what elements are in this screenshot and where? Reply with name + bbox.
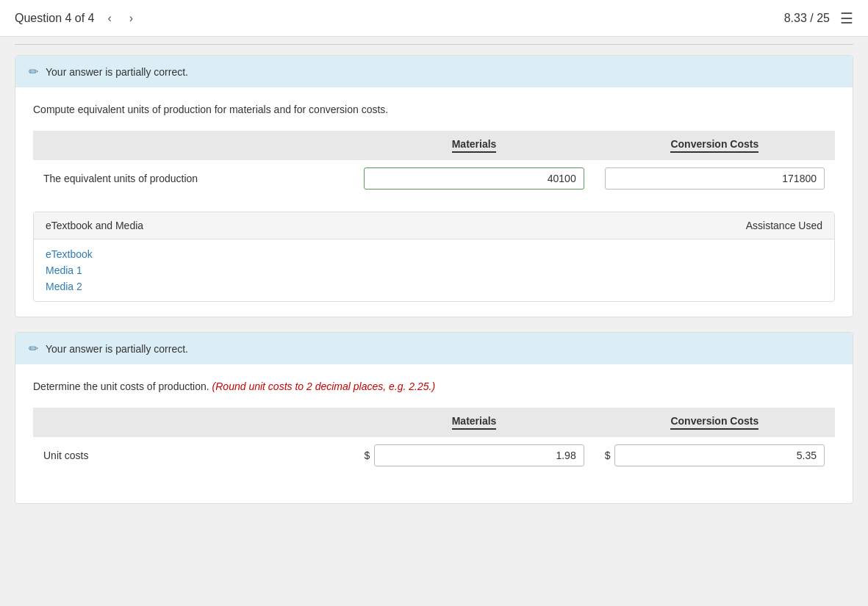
card-1: ✏ Your answer is partially correct. Comp… [15, 55, 853, 317]
table2-conversion-underline: Conversion Costs [670, 415, 758, 430]
table1-conversion-header: Conversion Costs [595, 131, 835, 160]
conversion-dollar-cell: $ [605, 444, 825, 466]
top-bar: Question 4 of 4 ‹ › 8.33 / 25 ☰ [0, 0, 868, 37]
table2-row1-label: Unit costs [33, 437, 354, 474]
question-text-1-content: Compute equivalent units of production f… [33, 104, 388, 115]
table1-row-1: The equivalent units of production [33, 160, 835, 197]
table1-materials-header: Materials [354, 131, 594, 160]
pencil-icon-1: ✏ [29, 65, 38, 79]
materials-production-input[interactable] [364, 167, 584, 190]
etextbook-link-3[interactable]: Media 2 [46, 281, 822, 292]
table2-row1-col1: $ [354, 437, 594, 474]
next-button[interactable]: › [125, 9, 137, 28]
table1-row1-label: The equivalent units of production [33, 160, 354, 197]
table2-empty-header [33, 408, 354, 437]
conversion-underline: Conversion Costs [670, 138, 758, 153]
alert-text-1: Your answer is partially correct. [46, 66, 188, 78]
etextbook-section-1: eTextbook and Media Assistance Used eTex… [33, 212, 835, 302]
etextbook-title: eTextbook and Media [46, 220, 143, 231]
list-icon[interactable]: ☰ [840, 10, 853, 27]
table-container-1: Materials Conversion Costs The equivalen… [33, 131, 835, 197]
top-bar-left: Question 4 of 4 ‹ › [15, 9, 137, 28]
top-bar-right: 8.33 / 25 ☰ [784, 10, 853, 27]
data-table-1: Materials Conversion Costs The equivalen… [33, 131, 835, 197]
table1-row1-col1 [354, 160, 594, 197]
table1-row1-col2 [595, 160, 835, 197]
etextbook-links-1: eTextbook Media 1 Media 2 [34, 239, 834, 301]
assistance-used-label: Assistance Used [746, 220, 822, 231]
table2-row1-col2: $ [595, 437, 835, 474]
etextbook-header-1: eTextbook and Media Assistance Used [34, 212, 834, 239]
table2-row-1: Unit costs $ $ [33, 437, 835, 474]
data-table-2: Materials Conversion Costs Unit costs [33, 408, 835, 474]
question-text-2-main: Determine the unit costs of production. [33, 380, 209, 392]
table2-materials-header: Materials [354, 408, 594, 437]
pencil-icon-2: ✏ [29, 342, 38, 356]
table-container-2: Materials Conversion Costs Unit costs [33, 408, 835, 474]
table2-materials-underline: Materials [452, 415, 497, 430]
materials-dollar-cell: $ [364, 444, 584, 466]
prev-button[interactable]: ‹ [104, 9, 116, 28]
alert-banner-2: ✏ Your answer is partially correct. [15, 333, 853, 364]
materials-underline: Materials [452, 138, 497, 153]
question-text-1: Compute equivalent units of production f… [33, 102, 835, 118]
question-label: Question 4 of 4 [15, 12, 95, 25]
page-content: ✏ Your answer is partially correct. Comp… [0, 37, 868, 541]
conversion-production-input[interactable] [605, 167, 825, 190]
etextbook-link-2[interactable]: Media 1 [46, 264, 822, 276]
score-label: 8.33 / 25 [784, 12, 830, 25]
table2-conversion-header: Conversion Costs [595, 408, 835, 437]
question-text-2-red: (Round unit costs to 2 decimal places, e… [212, 380, 436, 392]
materials-unit-cost-input[interactable] [374, 444, 584, 466]
dollar-sign-1: $ [364, 450, 370, 461]
dollar-sign-2: $ [605, 450, 611, 461]
conversion-unit-cost-input[interactable] [614, 444, 825, 466]
top-divider [15, 44, 853, 45]
question-text-2: Determine the unit costs of production. … [33, 379, 835, 394]
card-2-body: Determine the unit costs of production. … [15, 364, 853, 503]
alert-text-2: Your answer is partially correct. [46, 343, 188, 355]
card-1-body: Compute equivalent units of production f… [15, 87, 853, 317]
alert-banner-1: ✏ Your answer is partially correct. [15, 56, 853, 87]
card-2: ✏ Your answer is partially correct. Dete… [15, 332, 853, 504]
etextbook-link-1[interactable]: eTextbook [46, 248, 822, 260]
table1-empty-header [33, 131, 354, 160]
